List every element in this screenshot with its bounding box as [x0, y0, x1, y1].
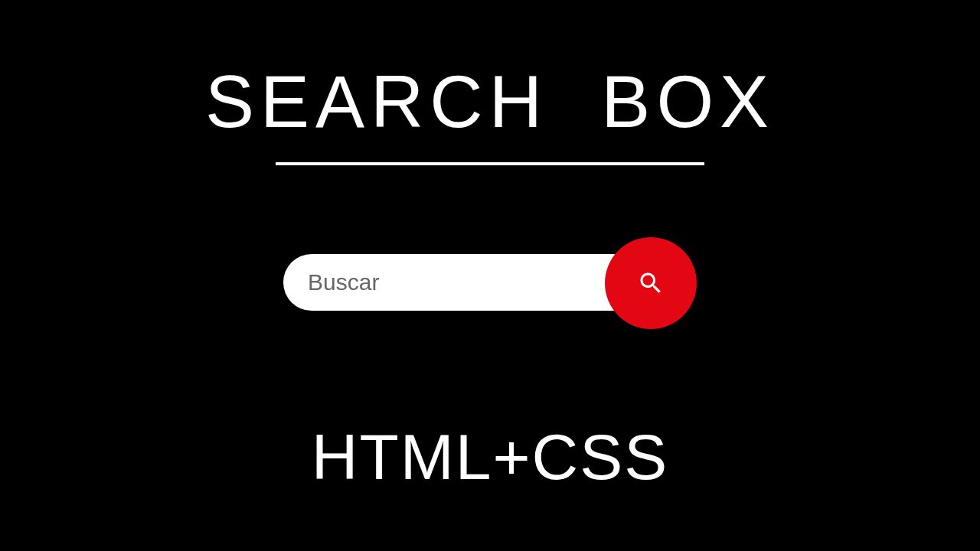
page-title: SEARCH BOX — [205, 60, 775, 144]
search-input[interactable] — [283, 254, 642, 311]
search-icon — [637, 269, 665, 297]
page-subtitle: HTML+CSS — [312, 420, 668, 494]
title-underline — [276, 162, 704, 165]
search-button[interactable] — [605, 237, 697, 329]
search-box — [283, 248, 697, 317]
